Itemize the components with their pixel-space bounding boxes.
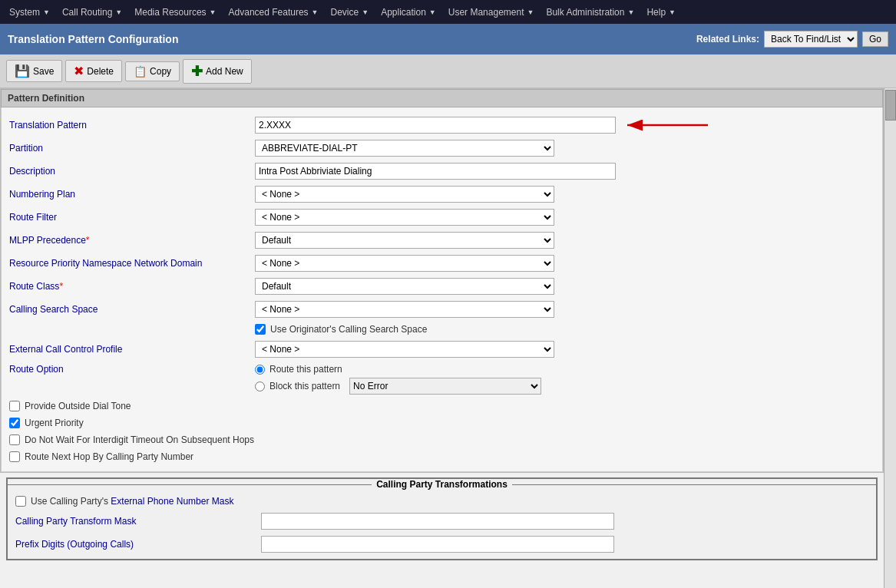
related-links-select[interactable]: Back To Find/List — [764, 31, 858, 48]
route-class-label: Route Class* — [9, 281, 255, 292]
translation-pattern-row: Translation Pattern — [2, 114, 882, 137]
nav-system-arrow: ▼ — [43, 8, 50, 16]
urgent-priority-row: Urgent Priority — [2, 415, 882, 431]
provide-outside-dial-tone-label: Provide Outside Dial Tone — [25, 401, 131, 411]
pattern-definition-form: Translation Pattern — [1, 107, 883, 472]
nav-device-arrow: ▼ — [362, 8, 369, 16]
external-call-control-row: External Call Control Profile < None > — [2, 338, 882, 361]
calling-search-space-row: Calling Search Space < None > — [2, 298, 882, 321]
nav-system[interactable]: System ▼ — [3, 0, 56, 24]
route-class-select[interactable]: Default — [255, 278, 554, 295]
red-arrow-annotation — [623, 114, 716, 137]
nav-call-routing-label: Call Routing — [62, 7, 112, 18]
addnew-icon: ✚ — [191, 63, 203, 80]
top-navigation: System ▼ Call Routing ▼ Media Resources … — [0, 0, 896, 24]
use-ext-phone-mask-checkbox[interactable] — [15, 496, 26, 507]
do-not-wait-label: Do Not Wait For Interdigit Timeout On Su… — [25, 434, 254, 445]
pattern-definition-section: Pattern Definition Translation Pattern — [0, 88, 884, 473]
related-links-label: Related Links: — [696, 34, 759, 45]
nav-media-resources-label: Media Resources — [134, 7, 206, 18]
route-option-row: Route Option Route this pattern Block th… — [2, 361, 882, 398]
translation-pattern-input[interactable] — [255, 117, 616, 134]
scrollbar-track — [884, 88, 896, 588]
nav-advanced-features[interactable]: Advanced Features ▼ — [223, 0, 325, 24]
block-error-select[interactable]: No Error — [349, 378, 541, 395]
delete-icon: ✖ — [74, 64, 84, 78]
cpt-title-line-right — [512, 484, 876, 485]
mlpp-label-text: MLPP Precedence — [9, 235, 86, 246]
nav-advanced-features-arrow: ▼ — [312, 8, 319, 16]
calling-party-transform-mask-row: Calling Party Transform Mask — [8, 510, 876, 533]
route-next-hop-checkbox[interactable] — [9, 451, 20, 462]
nav-bulk-administration[interactable]: Bulk Administration ▼ — [540, 0, 640, 24]
nav-application[interactable]: Application ▼ — [375, 0, 442, 24]
urgent-priority-checkbox[interactable] — [9, 418, 20, 428]
go-button[interactable]: Go — [862, 31, 888, 47]
add-new-button[interactable]: ✚ Add New — [183, 59, 252, 84]
nav-user-management[interactable]: User Management ▼ — [442, 0, 541, 24]
prefix-digits-input[interactable] — [261, 536, 614, 553]
nav-user-management-label: User Management — [448, 7, 524, 18]
mlpp-precedence-select[interactable]: Default — [255, 232, 554, 249]
do-not-wait-checkbox[interactable] — [9, 434, 20, 445]
partition-label: Partition — [9, 143, 255, 154]
scrollbar-thumb[interactable] — [885, 90, 896, 121]
block-this-pattern-row: Block this pattern No Error — [255, 378, 541, 395]
resource-priority-row: Resource Priority Namespace Network Doma… — [2, 252, 882, 275]
resource-priority-label: Resource Priority Namespace Network Doma… — [9, 258, 255, 269]
urgent-priority-label: Urgent Priority — [25, 418, 84, 428]
external-call-control-select[interactable]: < None > — [255, 341, 554, 358]
nav-help-label: Help — [646, 7, 666, 18]
use-originator-css-label: Use Originator's Calling Search Space — [270, 324, 427, 335]
mlpp-precedence-label: MLPP Precedence* — [9, 235, 255, 246]
nav-user-management-arrow: ▼ — [527, 8, 534, 16]
nav-media-resources[interactable]: Media Resources ▼ — [128, 0, 222, 24]
route-this-pattern-radio[interactable] — [255, 365, 265, 375]
pattern-definition-title: Pattern Definition — [8, 93, 84, 104]
provide-outside-dial-tone-row: Provide Outside Dial Tone — [2, 398, 882, 415]
nav-bulk-administration-arrow: ▼ — [627, 8, 634, 16]
cpt-section-title: Calling Party Transformations — [372, 479, 512, 490]
use-ext-phone-mask-label: Use Calling Party's External Phone Numbe… — [31, 496, 233, 507]
copy-label: Copy — [150, 66, 171, 77]
route-class-row: Route Class* Default — [2, 275, 882, 298]
pattern-definition-header: Pattern Definition — [1, 89, 883, 107]
route-filter-label: Route Filter — [9, 212, 255, 223]
description-row: Description — [2, 160, 882, 183]
nav-media-resources-arrow: ▼ — [210, 8, 217, 16]
resource-priority-select[interactable]: < None > — [255, 255, 554, 272]
description-label: Description — [9, 166, 255, 177]
block-this-pattern-radio[interactable] — [255, 382, 265, 391]
block-this-pattern-label: Block this pattern — [269, 381, 340, 391]
delete-button[interactable]: ✖ Delete — [65, 60, 122, 82]
header-bar: Translation Pattern Configuration Relate… — [0, 24, 896, 55]
nav-call-routing-arrow: ▼ — [115, 8, 122, 16]
use-originator-css-row: Use Originator's Calling Search Space — [2, 321, 882, 338]
route-next-hop-label: Route Next Hop By Calling Party Number — [25, 451, 193, 462]
nav-help-arrow: ▼ — [669, 8, 676, 16]
nav-application-label: Application — [381, 7, 426, 18]
use-originator-css-checkbox[interactable] — [255, 324, 266, 335]
route-this-pattern-label: Route this pattern — [269, 364, 342, 375]
nav-system-label: System — [9, 7, 40, 18]
route-option-group: Route this pattern Block this pattern No… — [255, 364, 541, 395]
provide-outside-dial-tone-checkbox[interactable] — [9, 401, 20, 411]
route-option-label: Route Option — [9, 364, 255, 375]
route-filter-select[interactable]: < None > — [255, 209, 554, 226]
description-input[interactable] — [255, 163, 616, 180]
external-call-control-label: External Call Control Profile — [9, 344, 255, 355]
calling-search-space-select[interactable]: < None > — [255, 301, 554, 318]
copy-button[interactable]: 📋 Copy — [125, 61, 180, 81]
nav-help[interactable]: Help ▼ — [640, 0, 682, 24]
calling-party-transform-mask-input[interactable] — [261, 513, 614, 530]
prefix-digits-row: Prefix Digits (Outgoing Calls) — [8, 533, 876, 556]
do-not-wait-row: Do Not Wait For Interdigit Timeout On Su… — [2, 431, 882, 448]
nav-application-arrow: ▼ — [429, 8, 436, 16]
nav-call-routing[interactable]: Call Routing ▼ — [56, 0, 128, 24]
numbering-plan-row: Numbering Plan < None > — [2, 183, 882, 206]
page-title: Translation Pattern Configuration — [8, 33, 178, 45]
partition-select[interactable]: ABBREVIATE-DIAL-PT — [255, 140, 554, 157]
save-button[interactable]: 💾 Save — [6, 60, 62, 82]
nav-device[interactable]: Device ▼ — [325, 0, 375, 24]
numbering-plan-select[interactable]: < None > — [255, 186, 554, 203]
